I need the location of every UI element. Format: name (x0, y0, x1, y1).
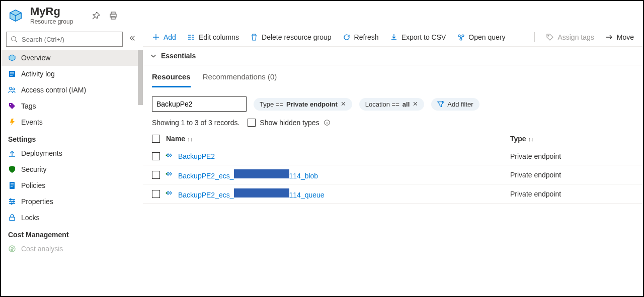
sidebar-item-security[interactable]: Security (1, 161, 143, 177)
iam-icon (8, 86, 16, 94)
row-checkbox[interactable] (152, 190, 160, 198)
lock-icon (8, 214, 16, 222)
content-tabs: Resources Recommendations (0) (143, 65, 643, 87)
toolbar: Add Edit columns Delete resource group R… (143, 28, 643, 47)
sidebar-item-overview[interactable]: Overview (1, 50, 143, 66)
page-header: MyRg Resource group (1, 1, 643, 28)
properties-icon (8, 197, 16, 206)
pin-icon[interactable] (92, 12, 100, 20)
resource-link[interactable]: BackupPE2_ecs_114_queue (178, 188, 325, 199)
collapse-sidebar-icon[interactable] (127, 35, 138, 44)
essentials-toggle[interactable]: Essentials (143, 47, 643, 65)
filter-bar: Type == Private endpoint Location == all… (143, 87, 643, 112)
open-query-button[interactable]: Open query (457, 33, 505, 41)
svg-rect-8 (10, 182, 15, 189)
delete-button[interactable]: Delete resource group (250, 33, 332, 41)
edit-columns-button[interactable]: Edit columns (187, 33, 239, 41)
private-endpoint-icon (165, 170, 173, 179)
tab-recommendations[interactable]: Recommendations (0) (203, 72, 277, 87)
event-icon (8, 118, 16, 126)
svg-rect-12 (10, 217, 15, 221)
sidebar-item-label: Security (21, 165, 47, 173)
tag-icon (8, 102, 16, 110)
sidebar-item-label: Cost analysis (21, 245, 63, 253)
print-icon[interactable] (109, 12, 117, 20)
resource-group-icon (8, 8, 23, 23)
add-filter-button[interactable]: Add filter (431, 98, 479, 111)
move-button[interactable]: Move (605, 33, 634, 41)
svg-point-21 (166, 192, 168, 194)
sidebar-item-properties[interactable]: Properties (1, 193, 143, 210)
checkbox-icon (248, 119, 256, 127)
sidebar-item-tags[interactable]: Tags (1, 98, 143, 114)
sidebar-search[interactable] (6, 32, 123, 47)
table-row: BackupPE2_ecs_114_blobPrivate endpoint (143, 165, 643, 184)
shield-icon (8, 165, 16, 173)
svg-point-17 (548, 35, 549, 36)
sidebar: Overview Activity log Access control (IA… (1, 28, 143, 296)
cost-icon (8, 245, 16, 253)
sidebar-item-label: Policies (21, 181, 45, 189)
sidebar-scrollbar[interactable] (138, 50, 143, 296)
export-button[interactable]: Export to CSV (390, 33, 446, 41)
table-header: Name↑↓ Type↑↓ (143, 131, 643, 147)
cube-icon (8, 54, 16, 62)
assign-tags-button[interactable]: Assign tags (546, 33, 594, 41)
refresh-button[interactable]: Refresh (343, 33, 379, 41)
close-icon[interactable] (413, 101, 418, 108)
svg-point-5 (10, 87, 12, 90)
sidebar-item-cost-analysis[interactable]: Cost analysis (1, 241, 143, 257)
svg-point-11 (11, 203, 13, 205)
sidebar-item-label: Access control (IAM) (21, 86, 86, 94)
main-content: Add Edit columns Delete resource group R… (143, 28, 643, 296)
sidebar-item-locks[interactable]: Locks (1, 210, 143, 226)
search-icon (11, 36, 18, 43)
resource-link[interactable]: BackupPE2 (178, 152, 215, 160)
status-row: Showing 1 to 3 of 3 records. Show hidden… (143, 112, 643, 131)
filter-pill-type[interactable]: Type == Private endpoint (254, 98, 352, 111)
sidebar-item-label: Locks (21, 214, 40, 222)
page-title: MyRg (30, 6, 73, 17)
svg-rect-0 (111, 12, 115, 14)
sidebar-item-events[interactable]: Events (1, 114, 143, 130)
column-name-header[interactable]: Name↑↓ (166, 135, 193, 143)
resource-link[interactable]: BackupPE2_ecs_114_blob (178, 169, 318, 180)
svg-point-19 (166, 155, 168, 156)
close-icon[interactable] (341, 101, 346, 108)
add-button[interactable]: Add (152, 33, 176, 41)
log-icon (8, 70, 16, 78)
row-checkbox[interactable] (152, 152, 160, 160)
table-row: BackupPE2_ecs_114_queuePrivate endpoint (143, 184, 643, 204)
resource-type: Private endpoint (510, 152, 634, 160)
show-hidden-checkbox[interactable]: Show hidden types (248, 119, 330, 127)
sidebar-item-policies[interactable]: Policies (1, 177, 143, 193)
column-type-header[interactable]: Type↑↓ (510, 135, 534, 143)
private-endpoint-icon (165, 189, 173, 199)
filter-name-input[interactable] (152, 96, 247, 112)
private-endpoint-icon (165, 151, 173, 161)
toolbar-divider (534, 32, 535, 42)
chevron-down-icon (150, 52, 157, 59)
sidebar-item-deployments[interactable]: Deployments (1, 145, 143, 161)
sidebar-section-settings: Settings (1, 130, 143, 145)
row-checkbox[interactable] (152, 171, 160, 179)
page-subtitle: Resource group (30, 18, 73, 25)
sidebar-nav: Overview Activity log Access control (IA… (1, 50, 143, 296)
select-all-checkbox[interactable] (152, 135, 160, 143)
filter-pill-location[interactable]: Location == all (359, 98, 424, 111)
sidebar-search-input[interactable] (21, 35, 118, 44)
sidebar-item-iam[interactable]: Access control (IAM) (1, 82, 143, 98)
sidebar-item-label: Events (21, 118, 43, 126)
redacted-segment (234, 169, 289, 178)
svg-point-10 (13, 201, 15, 203)
svg-point-14 (458, 35, 460, 37)
policy-icon (8, 181, 16, 189)
filter-icon (437, 101, 444, 108)
deploy-icon (8, 149, 16, 157)
svg-point-6 (13, 88, 15, 90)
table-row: BackupPE2Private endpoint (143, 147, 643, 165)
tab-resources[interactable]: Resources (152, 72, 191, 87)
sidebar-item-label: Overview (21, 54, 50, 62)
sidebar-item-label: Tags (21, 102, 36, 110)
sidebar-item-activity-log[interactable]: Activity log (1, 66, 143, 82)
